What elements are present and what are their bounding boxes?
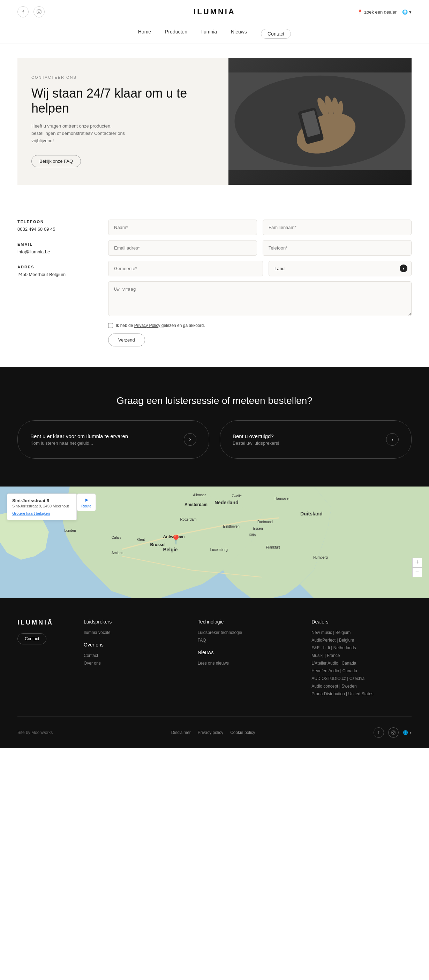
map-label-essen: Essen — [253, 527, 263, 530]
footer-link-nieuws[interactable]: Lees ons nieuws — [198, 661, 298, 666]
footer-facebook-icon[interactable]: f — [373, 727, 384, 738]
map-pin: 📍 — [170, 534, 182, 546]
hero-content: CONTACTEER ONS Wij staan 24/7 klaar om u… — [18, 58, 228, 185]
map-zoom-controls: + − — [412, 558, 422, 577]
map-label-eindhoven: Eindhoven — [223, 525, 239, 528]
map-label-rotterdam: Rotterdam — [180, 517, 197, 521]
form-row-name — [108, 220, 411, 235]
footer-link-contact[interactable]: Contact — [84, 653, 184, 658]
contact-form: Land België Nederland Duitsland Frankrij… — [108, 220, 411, 347]
map-label-amsterdam: Amsterdam — [185, 502, 207, 507]
hero-image — [228, 58, 411, 185]
privacy-checkbox[interactable] — [108, 323, 113, 328]
hero-photo — [228, 58, 411, 185]
nav-home[interactable]: Home — [138, 29, 151, 39]
language-selector[interactable]: 🌐 ▾ — [402, 10, 411, 14]
footer-cookie-policy[interactable]: Cookie policy — [230, 730, 255, 735]
footer-top: ILUMNIĀ Contact Luidsprekers Ilumnia voc… — [18, 619, 411, 699]
cta-card-listen[interactable]: Bent u er klaar voor om Ilumnia te ervar… — [18, 420, 209, 459]
footer-col-luidsprekers-title: Luidsprekers — [84, 619, 184, 625]
map-label-zwolle: Zwolle — [231, 494, 242, 498]
route-label: Route — [81, 504, 91, 508]
hero-text: Heeft u vragen omtrent onze producten, b… — [31, 123, 129, 144]
find-dealer[interactable]: 📍 zoek een dealer — [357, 10, 397, 14]
phone-block: TELEFOON 0032 494 68 09 45 — [18, 220, 87, 232]
hero-subtitle: CONTACTEER ONS — [31, 75, 215, 80]
privacy-label: Ik heb de Privacy Policy gelezen en ga a… — [116, 323, 205, 328]
nav-contact[interactable]: Contact — [261, 29, 291, 39]
city-input[interactable] — [108, 261, 263, 276]
map-label-alkmaar: Alkmaar — [193, 493, 206, 497]
privacy-row: Ik heb de Privacy Policy gelezen en ga a… — [108, 323, 411, 328]
footer-brand: ILUMNIĀ Contact — [18, 619, 70, 699]
map-label-nederland: Nederland — [215, 500, 238, 505]
map[interactable]: Amsterdam Rotterdam Antwerpen Brussel Ge… — [0, 487, 429, 598]
contact-info: TELEFOON 0032 494 68 09 45 EMAIL info@il… — [18, 220, 87, 347]
nav-producten[interactable]: Producten — [165, 29, 187, 39]
footer-dealer-4[interactable]: L'Atelier Audio | Canada — [311, 661, 411, 666]
footer: ILUMNIĀ Contact Luidsprekers Ilumnia voc… — [0, 598, 429, 748]
address-block: ADRES 2450 Meerhout Belgium — [18, 265, 87, 277]
map-label-gent: Gent — [137, 538, 145, 542]
header: f ILUMNIĀ 📍 zoek een dealer 🌐 ▾ — [0, 0, 429, 24]
location-icon: 📍 — [357, 10, 363, 14]
footer-dealer-6[interactable]: AUDIOSTUDIO.cz | Czechia — [311, 676, 411, 681]
footer-logo: ILUMNIĀ — [18, 619, 70, 626]
footer-contact-button[interactable]: Contact — [18, 633, 46, 644]
footer-divider — [18, 716, 411, 717]
footer-language-selector[interactable]: 🌐 ▾ — [403, 730, 411, 735]
footer-dealer-8[interactable]: Prana Distribution | United States — [311, 691, 411, 696]
map-label-duitsland: Duitsland — [300, 511, 323, 517]
instagram-icon[interactable] — [33, 6, 45, 18]
submit-button[interactable]: Verzend — [108, 334, 145, 347]
navigation: Home Producten Ilumnia Nieuws Contact — [0, 24, 429, 44]
footer-dealer-7[interactable]: Audio concept | Sweden — [311, 684, 411, 689]
footer-dealer-1[interactable]: AudioPerfect | Belgium — [311, 638, 411, 643]
map-label-belgie: Belgie — [163, 547, 177, 552]
lastname-input[interactable] — [263, 220, 411, 235]
footer-dealer-5[interactable]: Heanfen Audio | Canada — [311, 668, 411, 673]
footer-link-faq[interactable]: FAQ — [198, 638, 298, 643]
footer-link-vocale[interactable]: Ilumnia vocale — [84, 630, 184, 635]
footer-disclaimer[interactable]: Disclaimer — [171, 730, 191, 735]
footer-link-overons[interactable]: Over ons — [84, 661, 184, 666]
phone-input[interactable] — [263, 240, 411, 256]
map-label-calais: Calais — [112, 536, 121, 539]
footer-dealer-2[interactable]: F&F - hi-fi | Netherlands — [311, 646, 411, 650]
footer-col-technologie: Technologie Luidspreker technologie FAQ … — [198, 619, 298, 699]
map-label-nurnberg: Nürnberg — [313, 555, 328, 559]
footer-privacy-policy[interactable]: Privacy policy — [198, 730, 223, 735]
map-label-londen: Londen — [65, 529, 76, 533]
nav-ilumnia[interactable]: Ilumnia — [201, 29, 217, 39]
svg-point-15 — [394, 732, 394, 732]
footer-instagram-icon[interactable] — [388, 727, 399, 738]
nav-nieuws[interactable]: Nieuws — [231, 29, 247, 39]
footer-globe-icon: 🌐 — [403, 730, 408, 735]
form-row-email — [108, 240, 411, 256]
map-label-koln: Köln — [249, 533, 256, 537]
cta-title: Graag een luistersessie of meteen bestel… — [116, 395, 313, 406]
message-textarea[interactable] — [108, 281, 411, 316]
footer-link-tech[interactable]: Luidspreker technologie — [198, 630, 298, 635]
cta-card-order-title: Bent u overtuigd? — [233, 433, 279, 439]
cta-order-arrow-icon: › — [386, 433, 399, 446]
zoom-out-button[interactable]: − — [412, 567, 422, 577]
footer-dealer-0[interactable]: New music | Belgium — [311, 630, 411, 635]
cta-card-order[interactable]: Bent u overtuigd? Bestel uw luidsprekers… — [220, 420, 411, 459]
form-row-message — [108, 281, 411, 318]
faq-button[interactable]: Bekijk onze FAQ — [31, 155, 81, 167]
email-input[interactable] — [108, 240, 257, 256]
name-input[interactable] — [108, 220, 257, 235]
cta-card-listen-subtitle: Kom luisteren naar het geluid... — [30, 441, 128, 446]
country-select[interactable]: Land België Nederland Duitsland Frankrij… — [269, 261, 411, 276]
zoom-in-button[interactable]: + — [412, 558, 422, 567]
footer-siteby: Site by Moonworks — [18, 730, 53, 735]
footer-bottom: Site by Moonworks Disclaimer Privacy pol… — [18, 727, 411, 738]
privacy-link[interactable]: Privacy Policy — [134, 323, 160, 328]
footer-dealer-3[interactable]: Musikj | France — [311, 653, 411, 658]
facebook-icon[interactable]: f — [18, 6, 29, 18]
header-social: f — [18, 6, 45, 18]
svg-rect-0 — [37, 10, 41, 14]
map-bigger-link[interactable]: Grotere kaart bekijken — [12, 511, 50, 515]
map-route-badge[interactable]: ➤ Route — [77, 493, 96, 511]
